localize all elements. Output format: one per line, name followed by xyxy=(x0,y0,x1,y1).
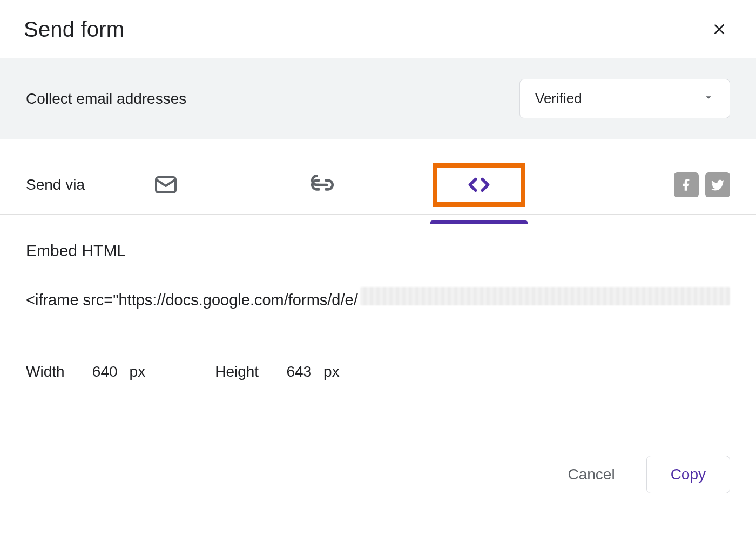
twitter-button[interactable] xyxy=(705,172,730,197)
height-input[interactable] xyxy=(269,361,313,383)
dialog-header: Send form xyxy=(0,0,756,58)
tab-link[interactable] xyxy=(279,166,366,204)
close-button[interactable] xyxy=(706,16,732,42)
width-input[interactable] xyxy=(76,361,119,383)
embed-code-visible: <iframe src="https://docs.google.com/for… xyxy=(26,291,358,309)
copy-button[interactable]: Copy xyxy=(646,456,730,493)
width-group: Width px xyxy=(26,361,145,383)
collect-email-select[interactable]: Verified xyxy=(519,79,730,118)
vertical-separator xyxy=(180,347,180,396)
dialog-title: Send form xyxy=(24,17,124,42)
cancel-button[interactable]: Cancel xyxy=(555,457,627,492)
embed-code-field[interactable]: <iframe src="https://docs.google.com/for… xyxy=(26,287,730,315)
twitter-icon xyxy=(710,177,725,192)
link-icon xyxy=(309,171,336,198)
facebook-button[interactable] xyxy=(674,172,699,197)
tab-email[interactable] xyxy=(123,166,209,204)
tab-embed[interactable] xyxy=(436,166,522,204)
send-form-dialog: Send form Collect email addresses Verifi… xyxy=(0,0,756,515)
close-icon xyxy=(711,21,728,38)
embed-section: Embed HTML <iframe src="https://docs.goo… xyxy=(0,215,756,315)
collect-email-selected-value: Verified xyxy=(535,90,582,107)
code-icon xyxy=(465,171,492,198)
facebook-icon xyxy=(679,178,693,192)
height-group: Height px xyxy=(215,361,340,383)
dialog-footer: Cancel Copy xyxy=(0,396,756,515)
social-share-group xyxy=(674,172,730,197)
width-label: Width xyxy=(26,363,65,380)
height-label: Height xyxy=(215,363,259,380)
collect-email-bar: Collect email addresses Verified xyxy=(0,58,756,139)
send-via-tabs xyxy=(123,166,522,204)
caret-down-icon xyxy=(703,90,714,107)
email-icon xyxy=(153,172,179,198)
width-unit: px xyxy=(130,363,146,380)
embed-heading: Embed HTML xyxy=(26,242,730,260)
dimensions-row: Width px Height px xyxy=(0,315,756,396)
send-via-bar: Send via xyxy=(0,139,756,215)
collect-email-label: Collect email addresses xyxy=(26,90,186,108)
height-unit: px xyxy=(323,363,340,380)
embed-code-redacted xyxy=(360,287,730,305)
send-via-label: Send via xyxy=(26,176,85,193)
